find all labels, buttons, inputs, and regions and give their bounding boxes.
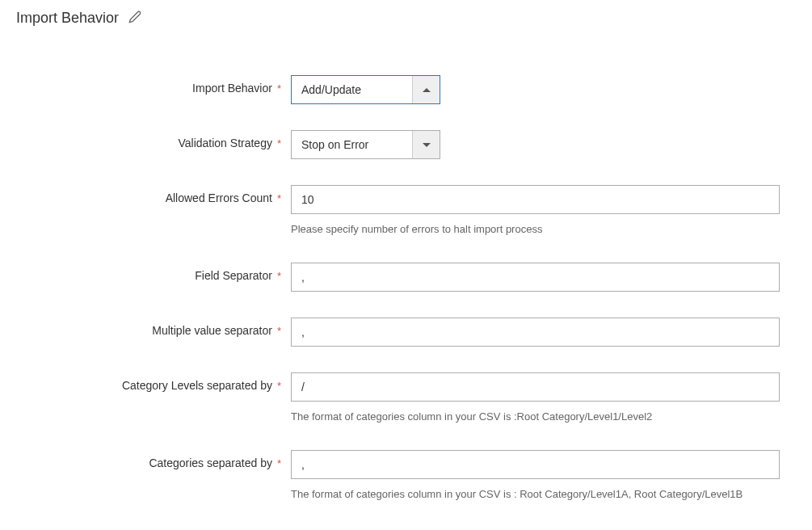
chevron-down-icon [412, 131, 440, 158]
label-cell: Allowed Errors Count * [16, 185, 291, 204]
label-cell: Categories separated by * [16, 450, 291, 469]
help-allowed-errors: Please specify number of errors to halt … [291, 222, 784, 237]
select-validation-strategy[interactable]: Stop on Error [291, 130, 440, 159]
row-allowed-errors: Allowed Errors Count * Please specify nu… [16, 185, 796, 237]
select-value: Add/Update [292, 83, 412, 96]
input-categories-separator[interactable] [291, 450, 780, 479]
label-category-levels-separator: Category Levels separated by [122, 379, 272, 392]
help-category-levels-separator: The format of categories column in your … [291, 410, 784, 424]
required-mark: * [277, 192, 281, 204]
section-title: Import Behavior [16, 10, 119, 27]
input-cell [291, 318, 784, 347]
select-value: Stop on Error [292, 138, 412, 151]
required-mark: * [277, 270, 281, 282]
input-field-separator[interactable] [291, 263, 780, 292]
required-mark: * [277, 380, 281, 392]
required-mark: * [277, 137, 281, 149]
row-validation-strategy: Validation Strategy * Stop on Error [16, 130, 796, 159]
row-categories-separator: Categories separated by * The format of … [16, 450, 796, 502]
row-multiple-value-separator: Multiple value separator * [16, 318, 796, 347]
required-mark: * [277, 457, 281, 469]
label-cell: Import Behavior * [16, 75, 291, 95]
input-cell: Stop on Error [291, 130, 784, 159]
row-category-levels-separator: Category Levels separated by * The forma… [16, 372, 796, 424]
input-cell: Please specify number of errors to halt … [291, 185, 784, 237]
row-field-separator: Field Separator * [16, 263, 796, 292]
label-field-separator: Field Separator [195, 269, 272, 282]
input-category-levels-separator[interactable] [291, 372, 780, 402]
input-cell: Add/Update [291, 75, 784, 104]
label-cell: Validation Strategy * [16, 130, 291, 149]
label-categories-separator: Categories separated by [149, 456, 272, 469]
input-allowed-errors[interactable] [291, 185, 780, 214]
required-mark: * [277, 325, 281, 337]
input-cell [291, 263, 784, 292]
input-cell: The format of categories column in your … [291, 450, 784, 502]
input-multiple-value-separator[interactable] [291, 318, 780, 347]
label-cell: Field Separator * [16, 263, 291, 282]
row-import-behavior: Import Behavior * Add/Update [16, 75, 796, 104]
chevron-up-icon [412, 76, 440, 103]
input-cell: The format of categories column in your … [291, 372, 784, 424]
label-import-behavior: Import Behavior [192, 82, 272, 95]
label-allowed-errors: Allowed Errors Count [166, 191, 272, 204]
label-validation-strategy: Validation Strategy [178, 137, 271, 149]
help-categories-separator: The format of categories column in your … [291, 487, 784, 502]
required-mark: * [277, 82, 281, 95]
select-import-behavior[interactable]: Add/Update [291, 75, 440, 104]
section-header: Import Behavior [16, 10, 796, 27]
label-cell: Category Levels separated by * [16, 372, 291, 392]
label-multiple-value-separator: Multiple value separator [152, 324, 272, 337]
edit-icon[interactable] [128, 11, 141, 26]
label-cell: Multiple value separator * [16, 318, 291, 337]
